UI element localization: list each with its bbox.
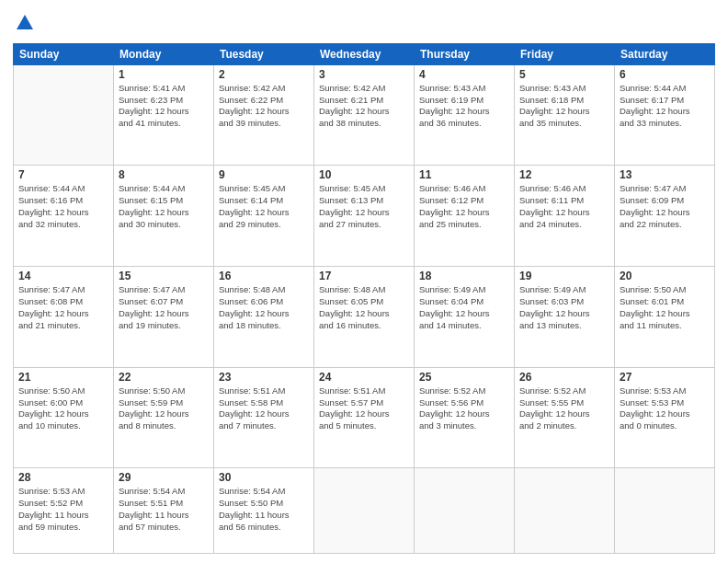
day-info: Sunrise: 5:48 AM Sunset: 6:06 PM Dayligh… bbox=[219, 284, 309, 331]
day-info: Sunrise: 5:50 AM Sunset: 5:59 PM Dayligh… bbox=[119, 385, 209, 432]
calendar-cell: 18Sunrise: 5:49 AM Sunset: 6:04 PM Dayli… bbox=[415, 267, 515, 368]
day-number: 25 bbox=[419, 371, 509, 384]
calendar: SundayMondayTuesdayWednesdayThursdayFrid… bbox=[13, 43, 715, 554]
day-number: 26 bbox=[519, 371, 609, 384]
day-info: Sunrise: 5:46 AM Sunset: 6:11 PM Dayligh… bbox=[519, 183, 609, 230]
calendar-cell: 11Sunrise: 5:46 AM Sunset: 6:12 PM Dayli… bbox=[415, 166, 515, 267]
day-info: Sunrise: 5:42 AM Sunset: 6:22 PM Dayligh… bbox=[219, 83, 309, 130]
calendar-cell: 27Sunrise: 5:53 AM Sunset: 5:53 PM Dayli… bbox=[615, 367, 715, 468]
day-info: Sunrise: 5:54 AM Sunset: 5:51 PM Dayligh… bbox=[119, 486, 209, 533]
weekday-friday: Friday bbox=[515, 43, 615, 64]
calendar-cell: 8Sunrise: 5:44 AM Sunset: 6:15 PM Daylig… bbox=[114, 166, 214, 267]
calendar-cell: 23Sunrise: 5:51 AM Sunset: 5:58 PM Dayli… bbox=[214, 367, 314, 468]
weekday-wednesday: Wednesday bbox=[314, 43, 415, 64]
calendar-cell: 2Sunrise: 5:42 AM Sunset: 6:22 PM Daylig… bbox=[214, 64, 314, 166]
day-info: Sunrise: 5:44 AM Sunset: 6:17 PM Dayligh… bbox=[620, 83, 710, 130]
weekday-header-row: SundayMondayTuesdayWednesdayThursdayFrid… bbox=[14, 43, 715, 64]
day-info: Sunrise: 5:54 AM Sunset: 5:50 PM Dayligh… bbox=[219, 486, 309, 533]
day-info: Sunrise: 5:43 AM Sunset: 6:18 PM Dayligh… bbox=[519, 83, 609, 130]
day-info: Sunrise: 5:47 AM Sunset: 6:07 PM Dayligh… bbox=[119, 284, 209, 331]
day-info: Sunrise: 5:53 AM Sunset: 5:53 PM Dayligh… bbox=[620, 385, 710, 432]
day-number: 4 bbox=[419, 68, 509, 81]
calendar-cell: 19Sunrise: 5:49 AM Sunset: 6:03 PM Dayli… bbox=[515, 267, 615, 368]
calendar-cell: 26Sunrise: 5:52 AM Sunset: 5:55 PM Dayli… bbox=[515, 367, 615, 468]
day-number: 18 bbox=[419, 270, 509, 282]
week-row-2: 7Sunrise: 5:44 AM Sunset: 6:16 PM Daylig… bbox=[14, 166, 715, 267]
calendar-cell bbox=[314, 468, 415, 554]
week-row-1: 1Sunrise: 5:41 AM Sunset: 6:23 PM Daylig… bbox=[14, 64, 715, 166]
day-number: 12 bbox=[519, 168, 609, 181]
calendar-cell: 5Sunrise: 5:43 AM Sunset: 6:18 PM Daylig… bbox=[515, 64, 615, 166]
calendar-cell: 15Sunrise: 5:47 AM Sunset: 6:07 PM Dayli… bbox=[114, 267, 214, 368]
day-number: 19 bbox=[519, 270, 609, 282]
calendar-cell bbox=[14, 64, 114, 166]
day-number: 11 bbox=[419, 168, 509, 181]
day-number: 16 bbox=[219, 270, 309, 282]
calendar-cell: 20Sunrise: 5:50 AM Sunset: 6:01 PM Dayli… bbox=[615, 267, 715, 368]
calendar-cell: 7Sunrise: 5:44 AM Sunset: 6:16 PM Daylig… bbox=[14, 166, 114, 267]
day-number: 7 bbox=[18, 168, 108, 181]
day-number: 24 bbox=[319, 371, 409, 384]
day-info: Sunrise: 5:41 AM Sunset: 6:23 PM Dayligh… bbox=[119, 83, 209, 130]
calendar-cell: 17Sunrise: 5:48 AM Sunset: 6:05 PM Dayli… bbox=[314, 267, 415, 368]
day-info: Sunrise: 5:51 AM Sunset: 5:57 PM Dayligh… bbox=[319, 385, 409, 432]
calendar-cell: 10Sunrise: 5:45 AM Sunset: 6:13 PM Dayli… bbox=[314, 166, 415, 267]
calendar-cell: 16Sunrise: 5:48 AM Sunset: 6:06 PM Dayli… bbox=[214, 267, 314, 368]
calendar-cell: 25Sunrise: 5:52 AM Sunset: 5:56 PM Dayli… bbox=[415, 367, 515, 468]
week-row-5: 28Sunrise: 5:53 AM Sunset: 5:52 PM Dayli… bbox=[14, 468, 715, 554]
day-info: Sunrise: 5:47 AM Sunset: 6:08 PM Dayligh… bbox=[18, 284, 108, 331]
day-number: 6 bbox=[620, 68, 710, 81]
day-number: 23 bbox=[219, 371, 309, 384]
day-number: 29 bbox=[119, 471, 209, 484]
calendar-cell: 12Sunrise: 5:46 AM Sunset: 6:11 PM Dayli… bbox=[515, 166, 615, 267]
page: SundayMondayTuesdayWednesdayThursdayFrid… bbox=[0, 0, 728, 563]
calendar-cell: 14Sunrise: 5:47 AM Sunset: 6:08 PM Dayli… bbox=[14, 267, 114, 368]
day-number: 30 bbox=[219, 471, 309, 484]
calendar-cell: 21Sunrise: 5:50 AM Sunset: 6:00 PM Dayli… bbox=[14, 367, 114, 468]
calendar-cell: 13Sunrise: 5:47 AM Sunset: 6:09 PM Dayli… bbox=[615, 166, 715, 267]
calendar-cell bbox=[615, 468, 715, 554]
weekday-thursday: Thursday bbox=[415, 43, 515, 64]
day-info: Sunrise: 5:45 AM Sunset: 6:14 PM Dayligh… bbox=[219, 183, 309, 230]
day-info: Sunrise: 5:44 AM Sunset: 6:15 PM Dayligh… bbox=[119, 183, 209, 230]
calendar-cell: 6Sunrise: 5:44 AM Sunset: 6:17 PM Daylig… bbox=[615, 64, 715, 166]
day-number: 5 bbox=[519, 68, 609, 81]
day-number: 2 bbox=[219, 68, 309, 81]
day-info: Sunrise: 5:46 AM Sunset: 6:12 PM Dayligh… bbox=[419, 183, 509, 230]
day-number: 28 bbox=[18, 471, 108, 484]
day-info: Sunrise: 5:45 AM Sunset: 6:13 PM Dayligh… bbox=[319, 183, 409, 230]
day-info: Sunrise: 5:53 AM Sunset: 5:52 PM Dayligh… bbox=[18, 486, 108, 533]
day-number: 8 bbox=[119, 168, 209, 181]
calendar-cell: 22Sunrise: 5:50 AM Sunset: 5:59 PM Dayli… bbox=[114, 367, 214, 468]
calendar-cell: 9Sunrise: 5:45 AM Sunset: 6:14 PM Daylig… bbox=[214, 166, 314, 267]
day-number: 15 bbox=[119, 270, 209, 282]
day-number: 20 bbox=[620, 270, 710, 282]
calendar-cell bbox=[515, 468, 615, 554]
week-row-4: 21Sunrise: 5:50 AM Sunset: 6:00 PM Dayli… bbox=[14, 367, 715, 468]
svg-marker-0 bbox=[17, 15, 33, 29]
day-number: 21 bbox=[18, 371, 108, 384]
day-info: Sunrise: 5:49 AM Sunset: 6:03 PM Dayligh… bbox=[519, 284, 609, 331]
day-number: 17 bbox=[319, 270, 409, 282]
calendar-cell: 4Sunrise: 5:43 AM Sunset: 6:19 PM Daylig… bbox=[415, 64, 515, 166]
calendar-cell: 24Sunrise: 5:51 AM Sunset: 5:57 PM Dayli… bbox=[314, 367, 415, 468]
weekday-monday: Monday bbox=[114, 43, 214, 64]
day-number: 1 bbox=[119, 68, 209, 81]
calendar-cell: 28Sunrise: 5:53 AM Sunset: 5:52 PM Dayli… bbox=[14, 468, 114, 554]
day-info: Sunrise: 5:52 AM Sunset: 5:55 PM Dayligh… bbox=[519, 385, 609, 432]
logo-icon bbox=[15, 13, 35, 33]
day-info: Sunrise: 5:42 AM Sunset: 6:21 PM Dayligh… bbox=[319, 83, 409, 130]
logo bbox=[13, 13, 35, 38]
day-info: Sunrise: 5:50 AM Sunset: 6:01 PM Dayligh… bbox=[620, 284, 710, 331]
day-info: Sunrise: 5:51 AM Sunset: 5:58 PM Dayligh… bbox=[219, 385, 309, 432]
calendar-cell: 1Sunrise: 5:41 AM Sunset: 6:23 PM Daylig… bbox=[114, 64, 214, 166]
day-number: 13 bbox=[620, 168, 710, 181]
day-info: Sunrise: 5:48 AM Sunset: 6:05 PM Dayligh… bbox=[319, 284, 409, 331]
day-number: 3 bbox=[319, 68, 409, 81]
day-info: Sunrise: 5:47 AM Sunset: 6:09 PM Dayligh… bbox=[620, 183, 710, 230]
day-info: Sunrise: 5:43 AM Sunset: 6:19 PM Dayligh… bbox=[419, 83, 509, 130]
weekday-saturday: Saturday bbox=[615, 43, 715, 64]
day-info: Sunrise: 5:50 AM Sunset: 6:00 PM Dayligh… bbox=[18, 385, 108, 432]
day-info: Sunrise: 5:44 AM Sunset: 6:16 PM Dayligh… bbox=[18, 183, 108, 230]
day-info: Sunrise: 5:49 AM Sunset: 6:04 PM Dayligh… bbox=[419, 284, 509, 331]
